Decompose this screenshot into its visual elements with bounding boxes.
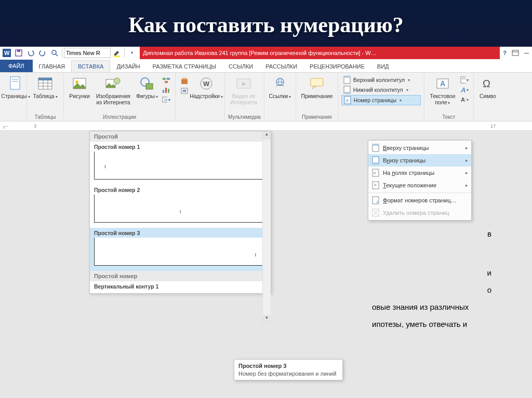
ribbon-tabs: ФАЙЛ ГЛАВНАЯ ВСТАВКА ДИЗАЙН РАЗМЕТКА СТР… — [0, 59, 532, 73]
svg-point-4 — [52, 50, 56, 54]
tab-layout[interactable]: РАЗМЕТКА СТРАНИЦЫ — [147, 61, 222, 72]
svg-rect-45 — [344, 92, 350, 93]
gallery-item-vertical[interactable]: Вертикальный контур 1 — [90, 281, 271, 293]
quickparts-button[interactable] — [459, 75, 470, 85]
table-button[interactable]: Таблица — [30, 74, 60, 100]
store-button[interactable] — [179, 76, 190, 86]
symbol-button[interactable]: Ω Симво — [477, 74, 499, 100]
menu-current-position[interactable]: #Текущее положение▸ — [368, 179, 471, 191]
tab-mailings[interactable]: РАССЫЛКИ — [259, 61, 303, 72]
tab-insert[interactable]: ВСТАВКА — [71, 60, 110, 72]
online-pictures-icon — [105, 75, 122, 92]
qat-more-icon[interactable]: ▾ — [126, 47, 138, 59]
svg-text:W: W — [203, 80, 210, 88]
help-icon[interactable]: ? — [503, 50, 507, 56]
redo-icon[interactable] — [37, 47, 48, 59]
table-icon — [37, 75, 54, 92]
svg-text:A: A — [440, 79, 445, 88]
online-pictures-button[interactable]: Изображения из Интернета — [93, 74, 134, 106]
svg-rect-50 — [461, 77, 466, 83]
video-icon — [235, 75, 252, 92]
comment-button[interactable]: Примечание — [299, 74, 335, 100]
menu-page-margins[interactable]: #На полях страницы▸ — [368, 167, 471, 179]
gallery-item-3[interactable]: Простой номер 3 1 — [90, 228, 271, 271]
svg-rect-25 — [167, 78, 170, 80]
format-icon — [371, 196, 380, 204]
myaddins-button[interactable] — [179, 86, 190, 95]
smartart-button[interactable] — [161, 75, 172, 85]
dropcap-icon: A — [460, 95, 469, 104]
tab-references[interactable]: ССЫЛКИ — [222, 61, 259, 72]
textbox-button[interactable]: A Текстовое поле — [428, 74, 458, 106]
top-page-icon — [371, 144, 380, 152]
pictures-button[interactable]: Рисунки — [67, 74, 92, 100]
svg-rect-34 — [183, 90, 186, 92]
chart-button[interactable] — [161, 85, 172, 94]
gallery-scrollbar[interactable]: ▴▾ — [262, 131, 271, 323]
smartart-icon — [162, 76, 170, 84]
addins-button[interactable]: W Надстройки — [191, 74, 221, 100]
svg-point-19 — [75, 80, 78, 84]
pages-button[interactable]: Страницы — [3, 74, 28, 100]
tab-view[interactable]: ВИД — [371, 61, 395, 72]
minimize-icon[interactable]: – — [524, 48, 529, 58]
links-button[interactable]: Ссылки — [268, 74, 292, 100]
svg-rect-41 — [311, 78, 323, 86]
svg-text:Ω: Ω — [483, 78, 490, 89]
svg-rect-26 — [165, 81, 168, 83]
find-icon[interactable] — [49, 47, 60, 59]
omega-icon: Ω — [480, 75, 496, 92]
menu-bottom-of-page[interactable]: Внизу страницы▸ — [368, 154, 471, 167]
gallery-item-2[interactable]: Простой номер 2 1 — [90, 185, 271, 228]
footer-button[interactable]: Нижний колонтитул — [341, 85, 421, 94]
multimedia-group-label: Мультимедиа — [228, 114, 261, 120]
save-icon[interactable] — [13, 47, 24, 59]
shapes-icon — [139, 75, 155, 92]
svg-rect-3 — [17, 50, 20, 52]
slide-title: Как поставить нумерацию? — [0, 0, 532, 47]
online-video-button[interactable]: Видео из Интернета — [228, 74, 259, 106]
undo-icon[interactable] — [25, 47, 36, 59]
highlight-icon[interactable] — [111, 47, 123, 59]
svg-rect-11 — [12, 81, 18, 82]
gallery-item-1[interactable]: Простой номер 1 1 — [90, 142, 271, 185]
font-selector[interactable] — [64, 48, 111, 58]
page-icon — [7, 75, 24, 92]
menu-format-page-numbers[interactable]: Формат номеров страниц… — [368, 194, 471, 207]
illustrations-group-label: Иллюстрации — [67, 114, 172, 120]
link-icon — [272, 75, 288, 92]
svg-rect-28 — [165, 88, 167, 93]
title-bar: Дипломная работа Иванова 241 группа [Реж… — [140, 47, 500, 59]
dropcap-button[interactable]: A — [459, 95, 470, 104]
tab-review[interactable]: РЕЦЕНЗИРОВАНИЕ — [303, 61, 371, 72]
tab-home[interactable]: ГЛАВНАЯ — [33, 61, 71, 72]
store-icon — [180, 77, 189, 85]
svg-rect-60 — [373, 162, 379, 164]
screenshot-button[interactable] — [161, 95, 172, 104]
header-icon — [343, 76, 351, 84]
svg-rect-27 — [163, 90, 164, 93]
page-number-gallery: Простой Простой номер 1 1 Простой номер … — [89, 131, 271, 294]
svg-rect-6 — [114, 56, 120, 57]
gallery-section-simple-num: Простой номер — [90, 271, 271, 281]
svg-rect-13 — [38, 78, 52, 80]
page-number-button[interactable]: #Номер страницы — [341, 95, 421, 105]
tab-design[interactable]: ДИЗАЙН — [110, 61, 146, 72]
shapes-button[interactable]: Фигуры — [135, 74, 159, 100]
footer-icon — [343, 86, 351, 94]
svg-text:A: A — [461, 97, 465, 103]
svg-text:#: # — [374, 183, 377, 187]
textbox-icon: A — [434, 75, 451, 92]
svg-point-21 — [114, 78, 120, 84]
wordart-button[interactable]: A — [459, 85, 470, 94]
menu-top-of-page[interactable]: Вверху страницы▸ — [368, 142, 471, 154]
header-button[interactable]: Верхний колонтитул — [341, 75, 421, 85]
tab-file[interactable]: ФАЙЛ — [0, 60, 33, 72]
current-pos-icon: # — [371, 181, 380, 189]
svg-rect-51 — [462, 78, 466, 79]
tables-group-label: Таблицы — [30, 114, 60, 120]
svg-text:W: W — [4, 50, 10, 56]
page-number-submenu: Вверху страницы▸ Внизу страницы▸ #На пол… — [368, 140, 472, 221]
svg-rect-43 — [344, 76, 350, 78]
ribbon-options-icon[interactable] — [512, 50, 519, 56]
